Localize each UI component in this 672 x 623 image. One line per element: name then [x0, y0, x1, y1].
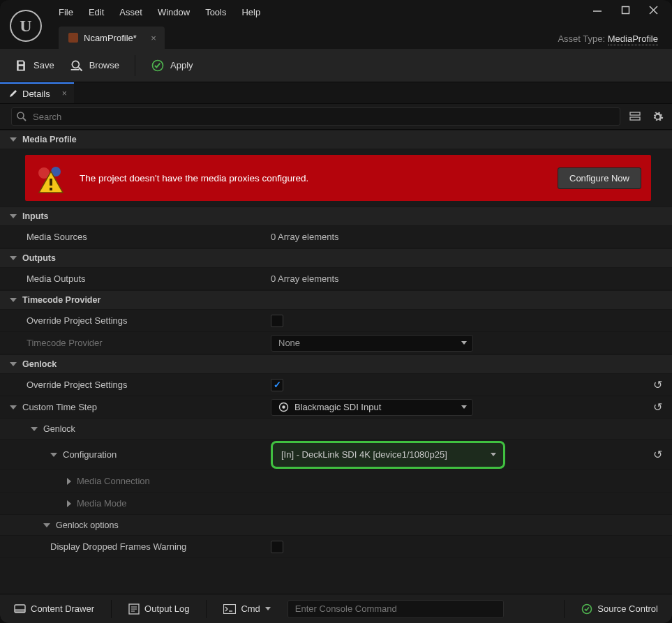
toolbar: Save Browse Apply: [0, 49, 672, 82]
reset-icon[interactable]: ↺: [653, 378, 662, 391]
tab-close-icon[interactable]: ×: [151, 33, 156, 43]
save-icon: [14, 59, 28, 73]
prop-label: Media Sources: [0, 232, 271, 242]
reset-icon[interactable]: ↺: [653, 448, 662, 461]
sub-genlock[interactable]: Genlock: [0, 419, 672, 440]
dropdown-custom-time-step[interactable]: Blackmagic SDI Input: [271, 399, 473, 416]
section-genlock[interactable]: Genlock: [0, 354, 672, 374]
menu-help[interactable]: Help: [241, 7, 260, 17]
expand-icon: [10, 256, 17, 260]
expand-icon: [43, 523, 50, 527]
svg-rect-10: [630, 112, 640, 115]
prop-label: Media Outputs: [0, 273, 271, 284]
menu-asset[interactable]: Asset: [119, 7, 142, 17]
document-tab-title: NcamProfile*: [84, 33, 137, 43]
browse-button[interactable]: Browse: [70, 59, 119, 73]
expand-icon: [10, 137, 17, 142]
row-custom-time-step: Custom Time Step Blackmagic SDI Input ↺: [0, 396, 672, 419]
menu-edit[interactable]: Edit: [89, 7, 104, 17]
prop-override-project-settings-genlock: Override Project Settings ↺: [0, 374, 672, 396]
minimize-icon[interactable]: [591, 6, 604, 17]
menu-tools[interactable]: Tools: [205, 7, 226, 17]
prop-label[interactable]: Custom Time Step: [0, 402, 271, 412]
browse-icon: [70, 59, 84, 73]
class-icon: [278, 402, 289, 412]
source-control-button[interactable]: Source Control: [576, 600, 664, 618]
section-outputs[interactable]: Outputs: [0, 248, 672, 268]
prop-media-outputs: Media Outputs 0 Array elements: [0, 268, 672, 290]
document-tab[interactable]: NcamProfile* ×: [59, 27, 165, 49]
panel-tab-close-icon[interactable]: ×: [62, 89, 67, 98]
reset-icon[interactable]: ↺: [653, 400, 662, 414]
prop-label: Override Project Settings: [0, 380, 271, 390]
svg-point-17: [282, 405, 285, 408]
chevron-down-icon: [461, 341, 467, 345]
toolbar-separator: [135, 55, 135, 76]
prop-media-sources: Media Sources 0 Array elements: [0, 226, 672, 248]
prop-label[interactable]: Configuration: [0, 449, 271, 460]
menu-file[interactable]: File: [59, 7, 73, 17]
save-button[interactable]: Save: [14, 59, 54, 73]
configure-now-button[interactable]: Configure Now: [558, 167, 641, 189]
section-inputs[interactable]: Inputs: [0, 207, 672, 226]
expand-icon: [10, 362, 17, 366]
checkbox-override-genlock[interactable]: [271, 379, 283, 391]
search-icon: [16, 111, 27, 122]
apply-icon: [151, 59, 165, 73]
svg-line-9: [23, 118, 26, 121]
warning-message: The project doesn't have the media proxi…: [80, 173, 545, 183]
menu-window[interactable]: Window: [158, 7, 190, 17]
section-media-profile[interactable]: Media Profile: [0, 130, 672, 149]
checkbox-override-tc[interactable]: [271, 315, 283, 327]
svg-rect-14: [50, 179, 52, 186]
prop-value: 0 Array elements: [271, 273, 643, 284]
console-icon: [223, 604, 236, 614]
section-timecode-provider[interactable]: Timecode Provider: [0, 290, 672, 310]
warning-icon: [35, 162, 67, 194]
search-row: [0, 103, 672, 130]
svg-point-8: [17, 112, 24, 119]
panel-tab-row: Details ×: [0, 82, 672, 103]
cmd-button[interactable]: Cmd: [218, 600, 276, 617]
warning-banner: The project doesn't have the media proxi…: [25, 155, 651, 201]
pencil-icon: [8, 89, 18, 98]
chevron-down-icon: [491, 453, 496, 456]
output-log-button[interactable]: Output Log: [123, 600, 195, 618]
chevron-down-icon: [265, 607, 271, 610]
details-body: Media Profile The project doesn't have t…: [0, 130, 672, 594]
expand-icon: [10, 405, 17, 410]
expand-icon: [50, 453, 57, 457]
prop-media-mode: Media Mode: [0, 493, 672, 515]
status-bar: Content Drawer Output Log Cmd Source Con…: [0, 594, 672, 623]
checkbox-dropped-frames[interactable]: [271, 541, 283, 553]
search-input[interactable]: [11, 107, 620, 126]
prop-label: Display Dropped Frames Warning: [0, 541, 271, 552]
expand-icon: [10, 214, 17, 218]
apply-button[interactable]: Apply: [151, 59, 193, 73]
sub-genlock-options[interactable]: Genlock options: [0, 515, 672, 536]
prop-configuration: Configuration [In] - DeckLink SDI 4K [de…: [0, 440, 672, 470]
asset-icon: [68, 33, 78, 43]
view-options-icon[interactable]: [627, 109, 643, 124]
chevron-down-icon: [461, 405, 467, 409]
dropdown-timecode-provider[interactable]: None: [271, 335, 473, 352]
content-drawer-button[interactable]: Content Drawer: [8, 599, 100, 618]
console-input[interactable]: [288, 600, 504, 618]
tab-details[interactable]: Details ×: [0, 82, 74, 103]
menu-bar: File Edit Asset Window Tools Help: [0, 0, 672, 24]
prop-override-project-settings-tc: Override Project Settings: [0, 310, 672, 332]
expand-icon: [67, 500, 71, 507]
asset-type-value[interactable]: MediaProfile: [608, 33, 658, 45]
settings-gear-icon[interactable]: [650, 109, 665, 124]
prop-label[interactable]: Media Connection: [0, 476, 271, 486]
window-controls: [591, 6, 659, 17]
close-icon[interactable]: [647, 6, 659, 17]
svg-rect-11: [630, 117, 640, 120]
prop-label[interactable]: Media Mode: [0, 498, 271, 509]
svg-rect-1: [622, 7, 629, 14]
expand-icon: [31, 427, 38, 431]
check-circle-icon: [581, 603, 592, 615]
svg-rect-19: [15, 609, 25, 613]
maximize-icon[interactable]: [619, 6, 632, 17]
dropdown-configuration[interactable]: [In] - DeckLink SDI 4K [device1/1080p25]: [274, 444, 502, 465]
